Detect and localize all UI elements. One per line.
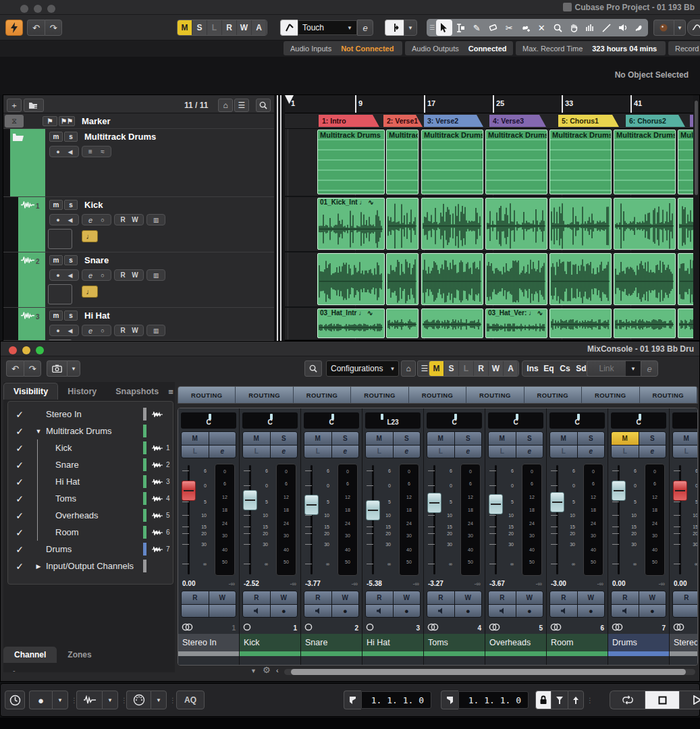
automation-r-button[interactable]: R (474, 361, 489, 376)
project-vertical-scrollbar[interactable] (693, 95, 699, 340)
channel-strip-hi-hat[interactable]: L23MSLe60510152030∞06121824304050-5.38-∞… (362, 408, 424, 665)
record-enable-button[interactable]: ● (516, 605, 543, 618)
audio-event[interactable] (549, 308, 612, 338)
pan-control[interactable]: C (672, 412, 698, 429)
snapshot-dropdown[interactable]: ▼ (67, 360, 80, 377)
right-locator-field[interactable]: 1. 1. 1. 0 (458, 691, 529, 709)
audio-event[interactable] (549, 198, 612, 250)
show-lanes-button[interactable]: ▥ (149, 327, 163, 334)
split-tool[interactable]: ✂ (501, 20, 517, 36)
channel-strip-drums[interactable]: CMSLe60510152030∞061218243040500.00-∞RW●… (608, 408, 670, 665)
channel-edit-button[interactable]: e (209, 446, 236, 458)
zoom-window-icon[interactable] (36, 346, 44, 354)
read-automation-button[interactable]: R (427, 591, 454, 604)
channel-mute-button[interactable]: M (366, 432, 393, 445)
write-automation-button[interactable]: W (129, 216, 141, 223)
add-track-button[interactable]: ＋ (7, 99, 22, 112)
fader-handle[interactable] (366, 500, 380, 520)
write-automation-button[interactable]: W (129, 271, 141, 279)
channel-mute-button[interactable]: M (489, 432, 516, 445)
track-row-snare[interactable]: 2msSnare●◀e○RW▥♩ (3, 252, 274, 308)
undo-button[interactable]: ↶ (27, 20, 45, 36)
channel-edit-button[interactable]: e (332, 446, 359, 458)
audio-event[interactable]: 01_Kick_Int ♩ ∿ (317, 198, 385, 250)
rack-cs-button[interactable]: Cs (557, 364, 573, 373)
record-enable-button[interactable]: ● (271, 605, 298, 618)
channel-solo-button[interactable]: S (455, 432, 482, 445)
record-enable-button[interactable]: ● (332, 605, 359, 618)
visibility-item-input-output-channels[interactable]: ✓▶Input/Output Channels (8, 558, 173, 574)
track-visibility-home-button[interactable]: ⌂ (218, 99, 233, 112)
link-edit-button[interactable]: e (641, 360, 658, 377)
scroll-thumb[interactable] (695, 101, 698, 195)
read-automation-button[interactable]: R (243, 591, 270, 604)
tab-zones[interactable]: Zones (57, 647, 102, 663)
channel-solo-button[interactable] (209, 432, 236, 445)
record-enable-button[interactable]: ● (52, 327, 64, 334)
channel-solo-button[interactable]: S (516, 432, 543, 445)
line-tool[interactable] (598, 20, 614, 36)
automation-panel-icon[interactable] (280, 20, 298, 36)
minimize-window-icon[interactable] (22, 346, 30, 354)
visibility-item-kick[interactable]: ✓Kick1 (8, 439, 173, 456)
curve-tool-partial-button[interactable] (687, 20, 700, 36)
use-track-preset-button[interactable] (24, 99, 44, 112)
locators-lock-button[interactable] (535, 691, 551, 709)
visibility-check-icon[interactable]: ✓ (8, 409, 31, 420)
monitor-button[interactable] (243, 605, 270, 618)
panel-menu-icon[interactable]: ≡ (168, 387, 173, 400)
insert-bypass-button[interactable]: ○ (97, 327, 109, 334)
edit-channel-settings-button[interactable]: e (84, 271, 97, 279)
fader-track[interactable] (249, 465, 251, 574)
audio-event[interactable] (678, 308, 693, 338)
auto-scroll-button[interactable] (385, 20, 404, 36)
solo-track-button[interactable]: s (64, 132, 78, 142)
midi-record-mode-icon[interactable] (126, 691, 151, 709)
rack-eq-button[interactable]: Eq (541, 364, 557, 373)
automation-a-button[interactable]: A (252, 20, 267, 35)
write-automation-button[interactable]: W (209, 591, 236, 604)
pan-control[interactable]: L23 (365, 412, 421, 429)
expand-arrow-icon[interactable]: ▼ (31, 428, 46, 435)
close-window-icon[interactable] (20, 5, 28, 13)
link-button[interactable]: Link (587, 360, 626, 377)
collapse-arrow-icon[interactable]: ▶ (31, 563, 46, 570)
channel-listen-button[interactable]: L (182, 446, 209, 458)
automation-w-button[interactable]: W (489, 361, 504, 376)
write-automation-button[interactable]: W (639, 591, 666, 604)
zoom-window-icon[interactable] (47, 5, 55, 13)
folder-part[interactable]: Multitrack Drums (614, 130, 676, 194)
monitor-button[interactable]: ◀ (64, 217, 76, 223)
record-enable-button[interactable]: ● (394, 605, 421, 618)
marker-3verse2[interactable]: 3: Verse2 (424, 115, 483, 127)
object-selection-tool[interactable] (436, 20, 452, 36)
marker-4verse3[interactable]: 4: Verse3 (489, 115, 546, 127)
channel-name[interactable]: Room (547, 634, 608, 651)
marker-2verse1[interactable]: 2: Verse1 (383, 115, 423, 127)
write-automation-button[interactable]: W (516, 591, 543, 604)
audio-event[interactable] (485, 198, 547, 250)
visibility-check-icon[interactable]: ✓ (8, 443, 31, 454)
channel-name[interactable]: Overheads (485, 634, 546, 651)
fader-handle[interactable] (427, 493, 441, 513)
audio-event[interactable] (317, 253, 385, 305)
routing-rack-cell[interactable]: ROUTING (640, 387, 697, 403)
audio-record-mode-icon[interactable] (76, 691, 102, 709)
read-automation-button[interactable]: R (117, 327, 129, 334)
fader-track[interactable] (311, 465, 313, 574)
insert-bypass-button[interactable]: ○ (97, 272, 109, 279)
channel-solo-button[interactable]: S (332, 432, 359, 445)
edit-channel-settings-button[interactable]: e (84, 216, 97, 224)
write-automation-button[interactable]: W (578, 591, 605, 604)
visibility-check-icon[interactable]: ✓ (8, 426, 31, 437)
channel-mute-button[interactable]: M (673, 432, 698, 445)
color-menu-icon[interactable] (653, 20, 674, 36)
record-enable-button[interactable]: ● (455, 605, 482, 618)
musical-mode-icon[interactable]: ♩ (82, 230, 98, 242)
track-list-menu-button[interactable]: ☰ (234, 99, 249, 112)
mix-redo-button[interactable]: ↷ (24, 360, 41, 377)
channel-listen-button[interactable]: L (489, 446, 516, 458)
channel-strip-kick[interactable]: CMSLe60510152030∞06121824304050-2.52-∞RW… (240, 408, 301, 665)
routing-rack-cell[interactable]: ROUTING (294, 387, 351, 403)
visibility-item-hi-hat[interactable]: ✓Hi Hat3 (8, 473, 173, 490)
